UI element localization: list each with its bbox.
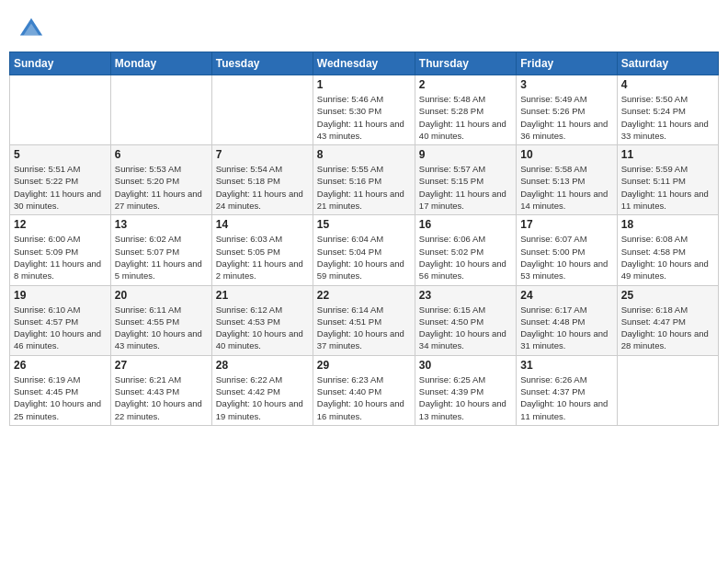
- day-number: 17: [520, 218, 612, 231]
- calendar-day-cell: 16Sunrise: 6:06 AM Sunset: 5:02 PM Dayli…: [415, 215, 516, 285]
- day-detail: Sunrise: 6:04 AM Sunset: 5:04 PM Dayligh…: [317, 233, 411, 282]
- day-detail: Sunrise: 6:06 AM Sunset: 5:02 PM Dayligh…: [419, 233, 512, 282]
- day-number: 31: [520, 359, 612, 372]
- day-detail: Sunrise: 6:03 AM Sunset: 5:05 PM Dayligh…: [216, 233, 309, 282]
- day-number: 25: [621, 289, 714, 302]
- day-detail: Sunrise: 5:48 AM Sunset: 5:28 PM Dayligh…: [419, 93, 512, 142]
- day-of-week-header: Friday: [517, 52, 617, 75]
- calendar-day-cell: 20Sunrise: 6:11 AM Sunset: 4:55 PM Dayli…: [110, 285, 211, 355]
- day-of-week-header: Sunday: [10, 52, 111, 75]
- day-number: 18: [621, 218, 714, 231]
- day-number: 7: [216, 148, 309, 161]
- day-number: 19: [14, 289, 107, 302]
- day-number: 26: [14, 359, 107, 372]
- calendar-week-row: 1Sunrise: 5:46 AM Sunset: 5:30 PM Daylig…: [10, 75, 719, 145]
- day-number: 24: [520, 289, 612, 302]
- day-number: 6: [115, 148, 208, 161]
- day-number: 2: [419, 78, 512, 91]
- day-detail: Sunrise: 6:25 AM Sunset: 4:39 PM Dayligh…: [419, 373, 512, 422]
- day-detail: Sunrise: 5:46 AM Sunset: 5:30 PM Dayligh…: [317, 93, 411, 142]
- calendar-day-cell: 10Sunrise: 5:58 AM Sunset: 5:13 PM Dayli…: [517, 145, 617, 215]
- calendar-day-cell: 9Sunrise: 5:57 AM Sunset: 5:15 PM Daylig…: [415, 145, 516, 215]
- day-detail: Sunrise: 6:10 AM Sunset: 4:57 PM Dayligh…: [14, 304, 107, 352]
- day-detail: Sunrise: 5:54 AM Sunset: 5:18 PM Dayligh…: [216, 163, 309, 212]
- calendar-day-cell: 18Sunrise: 6:08 AM Sunset: 4:58 PM Dayli…: [617, 215, 718, 285]
- calendar-week-row: 12Sunrise: 6:00 AM Sunset: 5:09 PM Dayli…: [10, 215, 719, 285]
- day-detail: Sunrise: 6:02 AM Sunset: 5:07 PM Dayligh…: [115, 233, 208, 282]
- calendar-day-cell: 3Sunrise: 5:49 AM Sunset: 5:26 PM Daylig…: [517, 75, 617, 145]
- calendar-day-cell: 30Sunrise: 6:25 AM Sunset: 4:39 PM Dayli…: [415, 355, 516, 425]
- day-detail: Sunrise: 6:22 AM Sunset: 4:42 PM Dayligh…: [216, 373, 309, 422]
- calendar-day-cell: 24Sunrise: 6:17 AM Sunset: 4:48 PM Dayli…: [517, 285, 617, 355]
- calendar-day-cell: 13Sunrise: 6:02 AM Sunset: 5:07 PM Dayli…: [110, 215, 211, 285]
- day-detail: Sunrise: 5:49 AM Sunset: 5:26 PM Dayligh…: [520, 93, 612, 142]
- logo: [18, 17, 48, 42]
- day-number: 5: [14, 148, 107, 161]
- day-detail: Sunrise: 5:57 AM Sunset: 5:15 PM Dayligh…: [419, 163, 512, 212]
- calendar-week-row: 5Sunrise: 5:51 AM Sunset: 5:22 PM Daylig…: [10, 145, 719, 215]
- day-detail: Sunrise: 6:12 AM Sunset: 4:53 PM Dayligh…: [216, 304, 309, 352]
- calendar-day-cell: 19Sunrise: 6:10 AM Sunset: 4:57 PM Dayli…: [10, 285, 111, 355]
- day-of-week-header: Saturday: [617, 52, 718, 75]
- day-number: 30: [419, 359, 512, 372]
- day-detail: Sunrise: 6:00 AM Sunset: 5:09 PM Dayligh…: [14, 233, 107, 282]
- calendar-header-row: SundayMondayTuesdayWednesdayThursdayFrid…: [10, 52, 719, 75]
- day-detail: Sunrise: 6:19 AM Sunset: 4:45 PM Dayligh…: [14, 373, 107, 422]
- calendar-week-row: 19Sunrise: 6:10 AM Sunset: 4:57 PM Dayli…: [10, 285, 719, 355]
- calendar-day-cell: 29Sunrise: 6:23 AM Sunset: 4:40 PM Dayli…: [313, 355, 415, 425]
- calendar-day-cell: 22Sunrise: 6:14 AM Sunset: 4:51 PM Dayli…: [313, 285, 415, 355]
- day-number: 21: [216, 289, 309, 302]
- day-number: 29: [317, 359, 411, 372]
- day-of-week-header: Monday: [110, 52, 211, 75]
- calendar-day-cell: 28Sunrise: 6:22 AM Sunset: 4:42 PM Dayli…: [211, 355, 313, 425]
- page-header: [9, 9, 719, 46]
- logo-icon: [18, 17, 44, 42]
- day-number: 11: [621, 148, 714, 161]
- calendar-day-cell: 15Sunrise: 6:04 AM Sunset: 5:04 PM Dayli…: [313, 215, 415, 285]
- day-detail: Sunrise: 5:58 AM Sunset: 5:13 PM Dayligh…: [520, 163, 612, 212]
- day-number: 23: [419, 289, 512, 302]
- calendar-day-cell: 11Sunrise: 5:59 AM Sunset: 5:11 PM Dayli…: [617, 145, 718, 215]
- day-detail: Sunrise: 5:50 AM Sunset: 5:24 PM Dayligh…: [621, 93, 714, 142]
- day-number: 20: [115, 289, 208, 302]
- calendar-day-cell: [211, 75, 313, 145]
- day-detail: Sunrise: 5:53 AM Sunset: 5:20 PM Dayligh…: [115, 163, 208, 212]
- calendar-day-cell: 7Sunrise: 5:54 AM Sunset: 5:18 PM Daylig…: [211, 145, 313, 215]
- calendar-day-cell: 21Sunrise: 6:12 AM Sunset: 4:53 PM Dayli…: [211, 285, 313, 355]
- day-detail: Sunrise: 6:17 AM Sunset: 4:48 PM Dayligh…: [520, 304, 612, 352]
- calendar-day-cell: 26Sunrise: 6:19 AM Sunset: 4:45 PM Dayli…: [10, 355, 111, 425]
- calendar-day-cell: 17Sunrise: 6:07 AM Sunset: 5:00 PM Dayli…: [517, 215, 617, 285]
- calendar-week-row: 26Sunrise: 6:19 AM Sunset: 4:45 PM Dayli…: [10, 355, 719, 425]
- day-number: 9: [419, 148, 512, 161]
- calendar-day-cell: 1Sunrise: 5:46 AM Sunset: 5:30 PM Daylig…: [313, 75, 415, 145]
- calendar-day-cell: 5Sunrise: 5:51 AM Sunset: 5:22 PM Daylig…: [10, 145, 111, 215]
- day-detail: Sunrise: 5:59 AM Sunset: 5:11 PM Dayligh…: [621, 163, 714, 212]
- calendar-day-cell: [617, 355, 718, 425]
- day-of-week-header: Wednesday: [313, 52, 415, 75]
- day-number: 13: [115, 218, 208, 231]
- calendar-day-cell: 8Sunrise: 5:55 AM Sunset: 5:16 PM Daylig…: [313, 145, 415, 215]
- calendar-day-cell: 23Sunrise: 6:15 AM Sunset: 4:50 PM Dayli…: [415, 285, 516, 355]
- day-detail: Sunrise: 6:11 AM Sunset: 4:55 PM Dayligh…: [115, 304, 208, 352]
- day-number: 8: [317, 148, 411, 161]
- calendar-day-cell: 31Sunrise: 6:26 AM Sunset: 4:37 PM Dayli…: [517, 355, 617, 425]
- calendar-day-cell: 2Sunrise: 5:48 AM Sunset: 5:28 PM Daylig…: [415, 75, 516, 145]
- day-number: 10: [520, 148, 612, 161]
- day-number: 3: [520, 78, 612, 91]
- calendar-day-cell: [110, 75, 211, 145]
- day-detail: Sunrise: 6:14 AM Sunset: 4:51 PM Dayligh…: [317, 304, 411, 352]
- day-of-week-header: Tuesday: [211, 52, 313, 75]
- day-number: 28: [216, 359, 309, 372]
- calendar-day-cell: 25Sunrise: 6:18 AM Sunset: 4:47 PM Dayli…: [617, 285, 718, 355]
- calendar-table: SundayMondayTuesdayWednesdayThursdayFrid…: [9, 52, 719, 426]
- day-detail: Sunrise: 6:26 AM Sunset: 4:37 PM Dayligh…: [520, 373, 612, 422]
- calendar-day-cell: 27Sunrise: 6:21 AM Sunset: 4:43 PM Dayli…: [110, 355, 211, 425]
- day-detail: Sunrise: 6:18 AM Sunset: 4:47 PM Dayligh…: [621, 304, 714, 352]
- day-detail: Sunrise: 6:08 AM Sunset: 4:58 PM Dayligh…: [621, 233, 714, 282]
- calendar-day-cell: 6Sunrise: 5:53 AM Sunset: 5:20 PM Daylig…: [110, 145, 211, 215]
- day-number: 1: [317, 78, 411, 91]
- day-number: 14: [216, 218, 309, 231]
- day-number: 16: [419, 218, 512, 231]
- calendar-day-cell: [10, 75, 111, 145]
- calendar-day-cell: 4Sunrise: 5:50 AM Sunset: 5:24 PM Daylig…: [617, 75, 718, 145]
